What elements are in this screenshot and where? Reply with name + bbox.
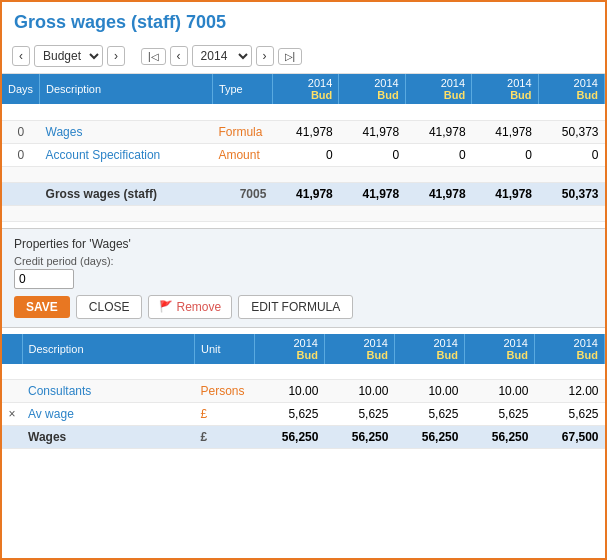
main-section: Days Description Type 2014Bud 2014Bud 20… xyxy=(2,74,605,222)
table-row: 0 Account Specification Amount 0 0 0 0 0 xyxy=(2,143,605,166)
detail-apr: 10.00 xyxy=(464,380,534,403)
budget-select[interactable]: Budget xyxy=(34,45,103,67)
total-jan: 41,978 xyxy=(272,182,338,205)
table-row: 0 Wages Formula 41,978 41,978 41,978 41,… xyxy=(2,120,605,143)
detail-mar: 5,625 xyxy=(394,403,464,426)
next-year-button[interactable]: › xyxy=(256,46,274,66)
row-days: 0 xyxy=(2,120,40,143)
row-mar: 41,978 xyxy=(405,120,471,143)
detail-total-mar: 56,250 xyxy=(394,426,464,449)
detail-row: Consultants Persons 10.00 10.00 10.00 10… xyxy=(2,380,605,403)
detail-feb: 10.00 xyxy=(324,380,394,403)
row-may: 0 xyxy=(538,143,604,166)
row-feb: 0 xyxy=(339,143,405,166)
detail-desc[interactable]: Av wage xyxy=(22,403,194,426)
col-apr2-header: 2014Bud xyxy=(464,334,534,364)
detail-total-desc: Wages xyxy=(22,426,194,449)
col-unit-header: Unit xyxy=(194,334,254,364)
detail-jan: 10.00 xyxy=(254,380,324,403)
col-type-header: Type xyxy=(212,74,272,104)
prev-year-button[interactable]: ‹ xyxy=(170,46,188,66)
row-desc[interactable]: Wages xyxy=(40,120,213,143)
detail-may: 5,625 xyxy=(534,403,604,426)
row-may: 50,373 xyxy=(538,120,604,143)
close-button[interactable]: CLOSE xyxy=(76,295,143,319)
col-mar-header: 2014Bud xyxy=(405,74,471,104)
col-may2-header: 2014Bud xyxy=(534,334,604,364)
action-buttons: SAVE CLOSE 🚩 Remove EDIT FORMULA xyxy=(14,295,593,319)
detail-unit: £ xyxy=(194,403,254,426)
row-apr: 41,978 xyxy=(472,120,538,143)
total-feb: 41,978 xyxy=(339,182,405,205)
detail-may: 12.00 xyxy=(534,380,604,403)
col-days-header: Days xyxy=(2,74,40,104)
col-mar2-header: 2014Bud xyxy=(394,334,464,364)
row-days: 0 xyxy=(2,143,40,166)
credit-period-label: Credit period (days): xyxy=(14,255,593,267)
row-jan: 0 xyxy=(272,143,338,166)
prev-button[interactable]: ‹ xyxy=(12,46,30,66)
detail-unit: Persons xyxy=(194,380,254,403)
detail-jan: 5,625 xyxy=(254,403,324,426)
col-desc-header: Description xyxy=(40,74,213,104)
row-feb: 41,978 xyxy=(339,120,405,143)
col-desc2-header: Description xyxy=(22,334,194,364)
detail-mar: 10.00 xyxy=(394,380,464,403)
row-mar: 0 xyxy=(405,143,471,166)
detail-total-feb: 56,250 xyxy=(324,426,394,449)
detail-total-may: 67,500 xyxy=(534,426,604,449)
detail-apr: 5,625 xyxy=(464,403,534,426)
total-mar: 41,978 xyxy=(405,182,471,205)
detail-total-row: Wages £ 56,250 56,250 56,250 56,250 67,5… xyxy=(2,426,605,449)
detail-row: × Av wage £ 5,625 5,625 5,625 5,625 5,62… xyxy=(2,403,605,426)
toolbar: ‹ Budget › |◁ ‹ 2014 › ▷| xyxy=(2,39,605,74)
total-row: Gross wages (staff) 7005 41,978 41,978 4… xyxy=(2,182,605,205)
detail-total-apr: 56,250 xyxy=(464,426,534,449)
col-may-header: 2014Bud xyxy=(538,74,604,104)
detail-desc[interactable]: Consultants xyxy=(22,380,194,403)
total-label: Gross wages (staff) xyxy=(40,182,213,205)
total-account: 7005 xyxy=(212,182,272,205)
row-type: Amount xyxy=(212,143,272,166)
row-type: Formula xyxy=(212,120,272,143)
page-title: Gross wages (staff) 7005 xyxy=(2,2,605,39)
year-select[interactable]: 2014 xyxy=(192,45,252,67)
col-jan2-header: 2014Bud xyxy=(254,334,324,364)
next-button[interactable]: › xyxy=(107,46,125,66)
last-year-button[interactable]: ▷| xyxy=(278,48,303,65)
first-year-button[interactable]: |◁ xyxy=(141,48,166,65)
row-marker-total xyxy=(2,426,22,449)
col-feb2-header: 2014Bud xyxy=(324,334,394,364)
total-may: 50,373 xyxy=(538,182,604,205)
total-empty xyxy=(2,182,40,205)
save-button[interactable]: SAVE xyxy=(14,296,70,318)
properties-title: Properties for 'Wages' xyxy=(14,237,593,251)
detail-section: Description Unit 2014Bud 2014Bud 2014Bud… xyxy=(2,334,605,450)
flag-icon: 🚩 xyxy=(159,300,173,313)
edit-formula-button[interactable]: EDIT FORMULA xyxy=(238,295,353,319)
row-jan: 41,978 xyxy=(272,120,338,143)
properties-panel: Properties for 'Wages' Credit period (da… xyxy=(2,228,605,328)
remove-button[interactable]: 🚩 Remove xyxy=(148,295,232,319)
row-marker: × xyxy=(2,403,22,426)
row-marker xyxy=(2,380,22,403)
col-apr-header: 2014Bud xyxy=(472,74,538,104)
detail-table: Description Unit 2014Bud 2014Bud 2014Bud… xyxy=(2,334,605,450)
col-feb-header: 2014Bud xyxy=(339,74,405,104)
credit-period-input[interactable] xyxy=(14,269,74,289)
main-table: Days Description Type 2014Bud 2014Bud 20… xyxy=(2,74,605,222)
detail-total-unit: £ xyxy=(194,426,254,449)
total-apr: 41,978 xyxy=(472,182,538,205)
detail-feb: 5,625 xyxy=(324,403,394,426)
col-jan-header: 2014Bud xyxy=(272,74,338,104)
col-marker-header xyxy=(2,334,22,364)
row-desc[interactable]: Account Specification xyxy=(40,143,213,166)
detail-total-jan: 56,250 xyxy=(254,426,324,449)
row-apr: 0 xyxy=(472,143,538,166)
